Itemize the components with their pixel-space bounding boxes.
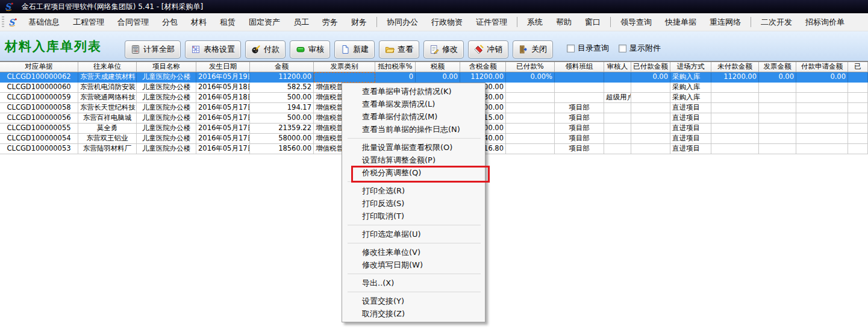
table-cell[interactable]: 采购入库 [670, 83, 711, 93]
table-cell[interactable] [711, 113, 759, 124]
context-menu-item-P[interactable]: 设置结算调整金额(P) [343, 154, 484, 166]
menubar-item-重连网络[interactable]: 重连网络 [703, 15, 748, 30]
table-cell[interactable] [759, 124, 796, 134]
table-cell[interactable] [848, 103, 868, 113]
header-cell-发票类别[interactable]: 发票类别 [314, 62, 375, 72]
context-menu-item-M[interactable]: 查看单据付款情况(M) [343, 110, 484, 123]
header-cell-金额[interactable]: 金额 [250, 62, 314, 72]
table-cell[interactable] [848, 83, 868, 93]
catalog-query-checkbox[interactable] [567, 45, 575, 52]
menubar-item-协同办公[interactable]: 协同办公 [380, 15, 425, 30]
table-cell[interactable]: 500.00 [250, 113, 314, 124]
table-cell[interactable]: CLCGD100000056 [0, 113, 78, 124]
table-cell[interactable]: 58000.00 [250, 134, 314, 144]
table-cell[interactable]: 儿童医院办公楼 [137, 93, 196, 103]
table-cell[interactable]: CLCGD100000055 [0, 124, 78, 134]
table-cell[interactable]: 2016年05月17日 [196, 124, 250, 134]
table-cell[interactable] [759, 144, 796, 154]
table-cell[interactable] [631, 124, 670, 134]
table-cell[interactable] [711, 83, 759, 93]
context-menu-item-Y[interactable]: 设置交接(Y) [343, 295, 484, 307]
header-cell-发票金额[interactable]: 发票金额 [759, 62, 796, 72]
toolbar-button-表格设置[interactable]: 表格设置 [185, 40, 241, 58]
table-cell[interactable] [314, 72, 375, 83]
table-cell[interactable]: 项目部 [555, 144, 604, 154]
header-cell-已付款%[interactable]: 已付款% [506, 62, 555, 72]
table-cell[interactable]: 11200.00 [711, 72, 759, 83]
table-cell[interactable] [631, 134, 670, 144]
table-cell[interactable]: 0.00 [759, 72, 796, 83]
table-cell[interactable] [848, 72, 868, 83]
toolbar-button-付款[interactable]: 付款 [245, 40, 286, 58]
table-cell[interactable] [711, 134, 759, 144]
menubar-item-劳务[interactable]: 劳务 [316, 15, 345, 30]
table-cell[interactable] [759, 103, 796, 113]
context-menu-item-L[interactable]: 查看单据发票情况(L) [343, 98, 484, 110]
show-attachments-checkbox[interactable] [619, 45, 626, 52]
table-cell[interactable] [711, 103, 759, 113]
table-cell[interactable]: 21359.22 [250, 124, 314, 134]
table-cell[interactable] [759, 83, 796, 93]
table-cell[interactable] [506, 144, 555, 154]
table-cell[interactable] [604, 72, 631, 83]
menubar-item-系统[interactable]: 系统 [520, 15, 549, 30]
header-cell-已付款金额[interactable]: 已付款金额 [631, 62, 670, 72]
header-cell-进场方式[interactable]: 进场方式 [670, 62, 711, 72]
header-cell-税额[interactable]: 税额 [416, 62, 460, 72]
table-cell[interactable]: CLCGD100000053 [0, 144, 78, 154]
table-cell[interactable]: 东营陆羽材料厂 [78, 144, 137, 154]
table-cell[interactable] [848, 124, 868, 134]
table-cell[interactable]: 东营天成建筑材料 [78, 72, 137, 83]
toolbar-button-审核[interactable]: 审核 [290, 40, 330, 58]
menubar-item-窗口[interactable]: 窗口 [578, 15, 607, 30]
header-cell-对应单据[interactable]: 对应单据 [0, 62, 78, 72]
table-cell[interactable]: 东营长天世纪科技 [78, 103, 137, 113]
table-cell[interactable]: 0.00 [416, 72, 460, 83]
table-cell[interactable]: 194.17 [250, 103, 314, 113]
table-cell[interactable]: 2016年05月17日 [196, 113, 250, 124]
table-cell[interactable] [759, 113, 796, 124]
table-cell[interactable] [796, 134, 848, 144]
table-cell[interactable] [506, 83, 555, 93]
context-menu-item-V[interactable]: 修改往来单位(V) [343, 246, 484, 258]
menubar-item-帮助[interactable]: 帮助 [549, 15, 578, 30]
table-cell[interactable] [506, 134, 555, 144]
table-cell[interactable] [711, 144, 759, 154]
context-menu-item-X[interactable]: 导出..(X) [343, 277, 484, 289]
table-cell[interactable]: 莫全勇 [78, 124, 137, 134]
table-cell[interactable]: 东营百祥电脑城 [78, 113, 137, 124]
table-cell[interactable]: 2016年05月17日 [196, 134, 250, 144]
table-cell[interactable] [796, 144, 848, 154]
table-cell[interactable]: 11200.00 [250, 72, 314, 83]
table-cell[interactable]: 采购入库 [670, 93, 711, 103]
header-cell-发生日期[interactable]: 发生日期 [196, 62, 250, 72]
table-cell[interactable]: CLCGD100000062 [0, 72, 78, 83]
table-cell[interactable] [604, 124, 631, 134]
table-cell[interactable] [506, 124, 555, 134]
menubar-item-招标询价单[interactable]: 招标询价单 [799, 15, 851, 30]
menubar-item-基础信息[interactable]: 基础信息 [22, 15, 66, 30]
table-cell[interactable]: 超级用户 [604, 93, 631, 103]
table-cell[interactable]: 采购入库 [670, 72, 711, 83]
table-cell[interactable] [555, 72, 604, 83]
table-cell[interactable] [631, 103, 670, 113]
menubar-item-证件管理[interactable]: 证件管理 [469, 15, 514, 30]
table-row[interactable]: CLCGD100000062东营天成建筑材料儿童医院办公楼2016年05月19日… [0, 72, 868, 83]
table-cell[interactable]: 0.00 [796, 72, 848, 83]
toolbar-button-计算全部[interactable]: 计算全部 [125, 40, 181, 58]
table-cell[interactable]: 11200.00 [460, 72, 506, 83]
table-cell[interactable] [796, 83, 848, 93]
table-cell[interactable] [631, 83, 670, 93]
table-cell[interactable] [848, 144, 868, 154]
table-cell[interactable] [604, 144, 631, 154]
table-cell[interactable]: 2016年05月17日 [196, 144, 250, 154]
toolbar-grip-handle[interactable] [2, 16, 4, 28]
table-cell[interactable] [631, 93, 670, 103]
table-cell[interactable]: 0 [375, 72, 416, 83]
table-cell[interactable] [631, 144, 670, 154]
menubar-item-材料[interactable]: 材料 [184, 15, 213, 30]
menubar-item-分包[interactable]: 分包 [155, 15, 184, 30]
context-menu-item-T[interactable]: 打印取消(T) [343, 210, 484, 222]
table-cell[interactable] [555, 83, 604, 93]
table-cell[interactable] [711, 124, 759, 134]
